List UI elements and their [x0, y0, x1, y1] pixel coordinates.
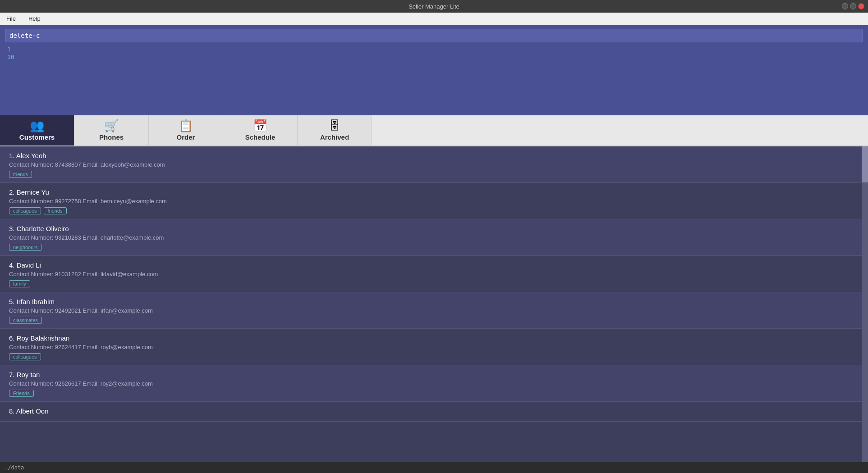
command-input-wrapper	[5, 29, 863, 42]
customer-name: 1. Alex Yeoh	[9, 152, 853, 159]
tag: friends	[9, 171, 32, 178]
tag: colleagues	[9, 353, 41, 360]
customer-name: 4. David Li	[9, 261, 853, 269]
tab-customers[interactable]: 👥 Customers	[0, 115, 74, 146]
phones-icon: 🛒	[104, 120, 119, 132]
tab-phones-label: Phones	[99, 133, 124, 141]
tab-archived[interactable]: 🗄 Archived	[298, 115, 372, 146]
command-area: 1 10	[0, 25, 868, 115]
tab-order-label: Order	[177, 133, 195, 141]
list-item[interactable]: 3. Charlotte Oliveiro Contact Number: 93…	[0, 219, 862, 256]
tag: family	[9, 280, 30, 287]
list-item[interactable]: 6. Roy Balakrishnan Contact Number: 9262…	[0, 329, 862, 365]
app-title: Seller Manager Lite	[409, 3, 459, 10]
order-icon: 📋	[179, 120, 193, 132]
tag: neighbours	[9, 244, 41, 251]
status-bar: ./data	[0, 462, 868, 473]
tab-customers-label: Customers	[19, 133, 55, 141]
tab-phones[interactable]: 🛒 Phones	[74, 115, 149, 146]
maximize-button[interactable]	[850, 3, 856, 9]
customer-tags: neighbours	[9, 244, 853, 251]
customer-details: Contact Number: 92492021 Email: irfan@ex…	[9, 307, 853, 314]
customer-tags: classmates	[9, 317, 853, 324]
list-item[interactable]: 5. Irfan Ibrahim Contact Number: 9249202…	[0, 292, 862, 329]
minimize-button[interactable]	[842, 3, 848, 9]
menu-help[interactable]: Help	[26, 14, 43, 23]
customer-details: Contact Number: 93210283 Email: charlott…	[9, 234, 853, 241]
tag: classmates	[9, 317, 42, 324]
customer-name: 2. Bernice Yu	[9, 188, 853, 196]
tabs-container: 👥 Customers 🛒 Phones 📋 Order 📅 Schedule …	[0, 115, 868, 146]
line-number-2[interactable]: 10	[5, 54, 863, 60]
line-numbers: 1 10	[5, 46, 863, 60]
customer-tags: colleaguesfriends	[9, 207, 853, 214]
tag: colleagues	[9, 207, 41, 214]
customer-details: Contact Number: 92626617 Email: roy2@exa…	[9, 380, 853, 387]
status-text: ./data	[5, 464, 24, 471]
menu-bar: File Help	[0, 13, 868, 25]
window-controls	[842, 3, 864, 9]
tab-schedule-label: Schedule	[245, 133, 276, 141]
tab-order[interactable]: 📋 Order	[149, 115, 223, 146]
line-number-1[interactable]: 1	[5, 46, 863, 53]
schedule-icon: 📅	[253, 120, 267, 132]
tag: friends	[44, 207, 67, 214]
customer-tags: friends	[9, 171, 853, 178]
list-item[interactable]: 7. Roy tan Contact Number: 92626617 Emai…	[0, 365, 862, 402]
customer-list: 1. Alex Yeoh Contact Number: 87438807 Em…	[0, 146, 862, 462]
customer-details: Contact Number: 99272758 Email: bernicey…	[9, 198, 853, 205]
list-item[interactable]: 8. Albert Oon	[0, 402, 862, 422]
tab-schedule[interactable]: 📅 Schedule	[223, 115, 298, 146]
scrollbar-thumb[interactable]	[862, 146, 868, 182]
list-area: 1. Alex Yeoh Contact Number: 87438807 Em…	[0, 146, 868, 462]
customer-name: 8. Albert Oon	[9, 407, 853, 415]
customer-name: 5. Irfan Ibrahim	[9, 298, 853, 305]
customer-tags: family	[9, 280, 853, 287]
customers-icon: 👥	[30, 120, 44, 132]
tag: Friends	[9, 390, 34, 397]
list-item[interactable]: 2. Bernice Yu Contact Number: 99272758 E…	[0, 183, 862, 219]
menu-file[interactable]: File	[4, 14, 18, 23]
tab-archived-label: Archived	[320, 133, 349, 141]
command-input[interactable]	[6, 29, 862, 42]
customer-tags: Friends	[9, 390, 853, 397]
customer-details: Contact Number: 87438807 Email: alexyeoh…	[9, 161, 853, 168]
title-bar: Seller Manager Lite	[0, 0, 868, 13]
customer-name: 3. Charlotte Oliveiro	[9, 225, 853, 232]
customer-name: 7. Roy tan	[9, 371, 853, 378]
customer-details: Contact Number: 92624417 Email: royb@exa…	[9, 344, 853, 350]
customer-name: 6. Roy Balakrishnan	[9, 334, 853, 342]
close-button[interactable]	[858, 3, 864, 9]
customer-details: Contact Number: 91031282 Email: lidavid@…	[9, 271, 853, 277]
customer-tags: colleagues	[9, 353, 853, 360]
list-item[interactable]: 4. David Li Contact Number: 91031282 Ema…	[0, 256, 862, 292]
archived-icon: 🗄	[329, 120, 340, 132]
scrollbar-track[interactable]	[862, 146, 868, 462]
list-item[interactable]: 1. Alex Yeoh Contact Number: 87438807 Em…	[0, 146, 862, 183]
